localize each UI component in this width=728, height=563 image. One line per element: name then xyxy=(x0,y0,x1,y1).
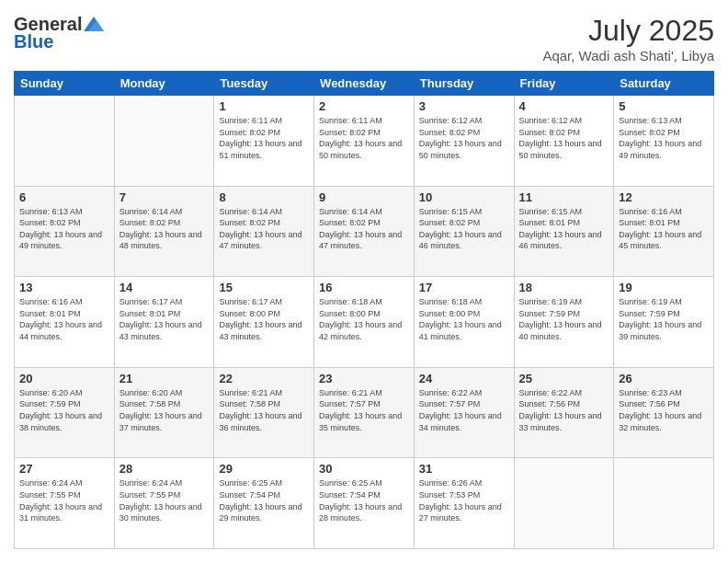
week-row-3: 13Sunrise: 6:16 AMSunset: 8:01 PMDayligh… xyxy=(15,277,714,368)
calendar-cell xyxy=(15,96,115,187)
calendar-cell: 30Sunrise: 6:25 AMSunset: 7:54 PMDayligh… xyxy=(314,458,415,549)
calendar-cell: 26Sunrise: 6:23 AMSunset: 7:56 PMDayligh… xyxy=(614,367,714,458)
day-info: Sunrise: 6:18 AMSunset: 8:00 PMDaylight:… xyxy=(319,296,409,342)
week-row-1: 1Sunrise: 6:11 AMSunset: 8:02 PMDaylight… xyxy=(15,96,714,187)
calendar: SundayMondayTuesdayWednesdayThursdayFrid… xyxy=(14,71,714,549)
day-number: 8 xyxy=(219,190,309,204)
day-info: Sunrise: 6:12 AMSunset: 8:02 PMDaylight:… xyxy=(419,115,509,161)
day-number: 21 xyxy=(119,372,210,385)
week-row-5: 27Sunrise: 6:24 AMSunset: 7:55 PMDayligh… xyxy=(15,458,714,549)
day-number: 10 xyxy=(419,190,509,204)
day-number: 13 xyxy=(19,281,109,294)
day-number: 23 xyxy=(319,372,409,385)
calendar-cell: 18Sunrise: 6:19 AMSunset: 7:59 PMDayligh… xyxy=(514,277,614,368)
day-info: Sunrise: 6:13 AMSunset: 8:02 PMDaylight:… xyxy=(619,115,709,161)
calendar-cell: 21Sunrise: 6:20 AMSunset: 7:58 PMDayligh… xyxy=(114,367,214,458)
calendar-cell: 28Sunrise: 6:24 AMSunset: 7:55 PMDayligh… xyxy=(114,458,214,549)
day-info: Sunrise: 6:15 AMSunset: 8:02 PMDaylight:… xyxy=(419,206,509,252)
calendar-cell: 14Sunrise: 6:17 AMSunset: 8:01 PMDayligh… xyxy=(114,277,214,368)
calendar-cell: 11Sunrise: 6:15 AMSunset: 8:01 PMDayligh… xyxy=(514,186,614,277)
day-number: 11 xyxy=(519,190,609,204)
calendar-cell: 25Sunrise: 6:22 AMSunset: 7:56 PMDayligh… xyxy=(514,367,614,458)
weekday-header-tuesday: Tuesday xyxy=(214,72,314,96)
day-number: 9 xyxy=(319,190,409,204)
day-info: Sunrise: 6:21 AMSunset: 7:57 PMDaylight:… xyxy=(319,387,409,433)
page: General Blue July 2025 Aqar, Wadi ash Sh… xyxy=(0,0,728,563)
weekday-header-saturday: Saturday xyxy=(614,72,714,96)
calendar-cell: 5Sunrise: 6:13 AMSunset: 8:02 PMDaylight… xyxy=(614,96,714,187)
calendar-cell: 29Sunrise: 6:25 AMSunset: 7:54 PMDayligh… xyxy=(214,458,314,549)
weekday-header-row: SundayMondayTuesdayWednesdayThursdayFrid… xyxy=(15,72,714,96)
day-number: 4 xyxy=(519,99,609,113)
month-title: July 2025 xyxy=(542,14,714,48)
day-number: 31 xyxy=(419,462,509,476)
calendar-cell: 9Sunrise: 6:14 AMSunset: 8:02 PMDaylight… xyxy=(314,186,415,277)
calendar-cell: 16Sunrise: 6:18 AMSunset: 8:00 PMDayligh… xyxy=(314,277,415,368)
day-number: 6 xyxy=(19,190,109,204)
day-info: Sunrise: 6:18 AMSunset: 8:00 PMDaylight:… xyxy=(419,296,509,342)
day-number: 15 xyxy=(219,281,309,294)
day-number: 7 xyxy=(119,190,210,204)
day-info: Sunrise: 6:20 AMSunset: 7:58 PMDaylight:… xyxy=(119,387,210,433)
day-info: Sunrise: 6:23 AMSunset: 7:56 PMDaylight:… xyxy=(619,387,709,433)
day-info: Sunrise: 6:24 AMSunset: 7:55 PMDaylight:… xyxy=(19,477,109,523)
calendar-cell xyxy=(114,96,214,187)
calendar-cell: 17Sunrise: 6:18 AMSunset: 8:00 PMDayligh… xyxy=(414,277,514,368)
calendar-cell: 27Sunrise: 6:24 AMSunset: 7:55 PMDayligh… xyxy=(15,458,115,549)
day-number: 28 xyxy=(119,462,210,476)
day-number: 27 xyxy=(19,462,109,476)
day-number: 24 xyxy=(419,372,509,385)
day-number: 16 xyxy=(319,281,409,294)
calendar-cell: 8Sunrise: 6:14 AMSunset: 8:02 PMDaylight… xyxy=(214,186,314,277)
day-number: 17 xyxy=(419,281,509,294)
calendar-cell: 22Sunrise: 6:21 AMSunset: 7:58 PMDayligh… xyxy=(214,367,314,458)
calendar-cell: 19Sunrise: 6:19 AMSunset: 7:59 PMDayligh… xyxy=(614,277,714,368)
day-number: 18 xyxy=(519,281,609,294)
weekday-header-wednesday: Wednesday xyxy=(314,72,415,96)
week-row-2: 6Sunrise: 6:13 AMSunset: 8:02 PMDaylight… xyxy=(15,186,714,277)
day-number: 19 xyxy=(619,281,709,294)
calendar-cell: 6Sunrise: 6:13 AMSunset: 8:02 PMDaylight… xyxy=(15,186,115,277)
day-number: 12 xyxy=(619,190,709,204)
calendar-cell: 13Sunrise: 6:16 AMSunset: 8:01 PMDayligh… xyxy=(15,277,115,368)
calendar-cell: 2Sunrise: 6:11 AMSunset: 8:02 PMDaylight… xyxy=(314,96,415,187)
day-info: Sunrise: 6:22 AMSunset: 7:56 PMDaylight:… xyxy=(519,387,609,433)
weekday-header-sunday: Sunday xyxy=(15,72,115,96)
calendar-cell: 10Sunrise: 6:15 AMSunset: 8:02 PMDayligh… xyxy=(414,186,514,277)
day-info: Sunrise: 6:14 AMSunset: 8:02 PMDaylight:… xyxy=(319,206,409,252)
logo-icon xyxy=(84,15,104,33)
calendar-cell: 12Sunrise: 6:16 AMSunset: 8:01 PMDayligh… xyxy=(614,186,714,277)
calendar-cell: 4Sunrise: 6:12 AMSunset: 8:02 PMDaylight… xyxy=(514,96,614,187)
day-info: Sunrise: 6:24 AMSunset: 7:55 PMDaylight:… xyxy=(119,477,210,523)
weekday-header-monday: Monday xyxy=(114,72,214,96)
day-number: 3 xyxy=(419,99,509,113)
day-info: Sunrise: 6:11 AMSunset: 8:02 PMDaylight:… xyxy=(319,115,409,161)
day-info: Sunrise: 6:20 AMSunset: 7:59 PMDaylight:… xyxy=(19,387,109,433)
calendar-cell: 7Sunrise: 6:14 AMSunset: 8:02 PMDaylight… xyxy=(114,186,214,277)
day-number: 14 xyxy=(119,281,210,294)
calendar-cell: 15Sunrise: 6:17 AMSunset: 8:00 PMDayligh… xyxy=(214,277,314,368)
week-row-4: 20Sunrise: 6:20 AMSunset: 7:59 PMDayligh… xyxy=(15,367,714,458)
day-number: 26 xyxy=(619,372,709,385)
day-number: 25 xyxy=(519,372,609,385)
day-info: Sunrise: 6:17 AMSunset: 8:00 PMDaylight:… xyxy=(219,296,309,342)
day-info: Sunrise: 6:13 AMSunset: 8:02 PMDaylight:… xyxy=(19,206,109,252)
location-title: Aqar, Wadi ash Shati', Libya xyxy=(542,48,714,63)
day-info: Sunrise: 6:25 AMSunset: 7:54 PMDaylight:… xyxy=(319,477,409,523)
day-number: 22 xyxy=(219,372,309,385)
day-info: Sunrise: 6:14 AMSunset: 8:02 PMDaylight:… xyxy=(219,206,309,252)
day-info: Sunrise: 6:11 AMSunset: 8:02 PMDaylight:… xyxy=(219,115,309,161)
day-number: 2 xyxy=(319,99,409,113)
calendar-cell: 3Sunrise: 6:12 AMSunset: 8:02 PMDaylight… xyxy=(414,96,514,187)
day-info: Sunrise: 6:19 AMSunset: 7:59 PMDaylight:… xyxy=(619,296,709,342)
day-info: Sunrise: 6:15 AMSunset: 8:01 PMDaylight:… xyxy=(519,206,609,252)
day-info: Sunrise: 6:21 AMSunset: 7:58 PMDaylight:… xyxy=(219,387,309,433)
calendar-cell: 24Sunrise: 6:22 AMSunset: 7:57 PMDayligh… xyxy=(414,367,514,458)
calendar-cell: 20Sunrise: 6:20 AMSunset: 7:59 PMDayligh… xyxy=(15,367,115,458)
day-number: 30 xyxy=(319,462,409,476)
day-info: Sunrise: 6:17 AMSunset: 8:01 PMDaylight:… xyxy=(119,296,210,342)
day-number: 29 xyxy=(219,462,309,476)
day-info: Sunrise: 6:26 AMSunset: 7:53 PMDaylight:… xyxy=(419,477,509,523)
weekday-header-thursday: Thursday xyxy=(414,72,514,96)
day-info: Sunrise: 6:12 AMSunset: 8:02 PMDaylight:… xyxy=(519,115,609,161)
